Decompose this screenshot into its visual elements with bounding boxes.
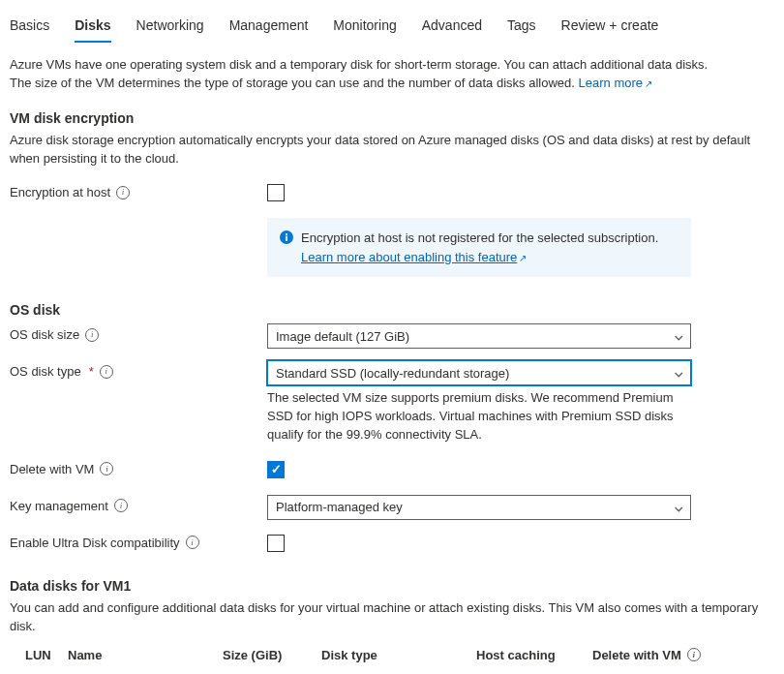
external-link-icon: ↗ bbox=[519, 251, 527, 265]
os-disk-type-helper: The selected VM size supports premium di… bbox=[267, 389, 691, 444]
tab-basics[interactable]: Basics bbox=[10, 17, 49, 42]
info-icon[interactable]: i bbox=[100, 365, 113, 379]
external-link-icon: ↗ bbox=[645, 77, 652, 92]
vm-disk-encryption-desc: Azure disk storage encryption automatica… bbox=[10, 132, 774, 168]
info-icon[interactable]: i bbox=[100, 462, 113, 475]
data-disks-table-header: LUN Name Size (GiB) Disk type Host cachi… bbox=[10, 640, 774, 672]
tab-tags[interactable]: Tags bbox=[507, 17, 536, 42]
vm-disk-encryption-header: VM disk encryption bbox=[10, 110, 774, 126]
os-disk-header: OS disk bbox=[10, 302, 774, 318]
data-disks-desc: You can add and configure additional dat… bbox=[10, 599, 774, 636]
tab-bar: Basics Disks Networking Management Monit… bbox=[10, 10, 774, 43]
os-disk-size-select[interactable]: Image default (127 GiB) bbox=[267, 323, 691, 349]
info-icon[interactable]: i bbox=[116, 186, 130, 199]
required-indicator: * bbox=[89, 364, 94, 379]
svg-rect-1 bbox=[286, 236, 287, 241]
encryption-at-host-label: Encryption at host bbox=[10, 185, 110, 199]
tab-disks[interactable]: Disks bbox=[75, 17, 110, 43]
data-disks-header: Data disks for VM1 bbox=[10, 578, 774, 594]
svg-rect-2 bbox=[286, 233, 287, 235]
tab-monitoring[interactable]: Monitoring bbox=[333, 17, 396, 42]
intro-line2: The size of the VM determines the type o… bbox=[10, 76, 575, 90]
intro-line1: Azure VMs have one operating system disk… bbox=[10, 57, 708, 72]
col-host-caching: Host caching bbox=[476, 648, 592, 662]
delete-with-vm-label: Delete with VM bbox=[10, 462, 94, 476]
key-management-label: Key management bbox=[10, 499, 108, 513]
encryption-at-host-checkbox[interactable] bbox=[267, 184, 285, 201]
banner-text: Encryption at host is not registered for… bbox=[301, 230, 658, 245]
info-icon[interactable]: i bbox=[687, 648, 701, 661]
tab-advanced[interactable]: Advanced bbox=[422, 17, 482, 42]
col-size: Size (GiB) bbox=[223, 648, 321, 662]
delete-with-vm-checkbox[interactable] bbox=[267, 461, 285, 478]
col-disk-type: Disk type bbox=[321, 648, 476, 662]
info-icon[interactable]: i bbox=[114, 499, 128, 512]
encryption-info-banner: Encryption at host is not registered for… bbox=[267, 218, 691, 277]
info-circle-icon bbox=[280, 230, 293, 250]
tab-management[interactable]: Management bbox=[229, 17, 309, 42]
ultra-disk-checkbox[interactable] bbox=[267, 535, 285, 552]
key-management-select[interactable]: Platform-managed key bbox=[267, 495, 691, 520]
intro-text: Azure VMs have one operating system disk… bbox=[10, 56, 774, 93]
ultra-disk-label: Enable Ultra Disk compatibility bbox=[10, 536, 180, 550]
col-lun: LUN bbox=[10, 648, 68, 662]
banner-learn-more-link[interactable]: Learn more about enabling this feature↗ bbox=[301, 250, 527, 264]
tab-review[interactable]: Review + create bbox=[561, 17, 659, 42]
col-delete-with-vm: Delete with VM bbox=[592, 648, 681, 662]
info-icon[interactable]: i bbox=[85, 328, 99, 342]
learn-more-link[interactable]: Learn more↗ bbox=[579, 76, 652, 90]
os-disk-type-label: OS disk type bbox=[10, 364, 81, 379]
os-disk-type-select[interactable]: Standard SSD (locally-redundant storage) bbox=[267, 360, 691, 385]
os-disk-size-label: OS disk size bbox=[10, 327, 79, 342]
tab-networking[interactable]: Networking bbox=[136, 17, 204, 42]
info-icon[interactable]: i bbox=[186, 536, 199, 549]
col-name: Name bbox=[68, 648, 223, 662]
